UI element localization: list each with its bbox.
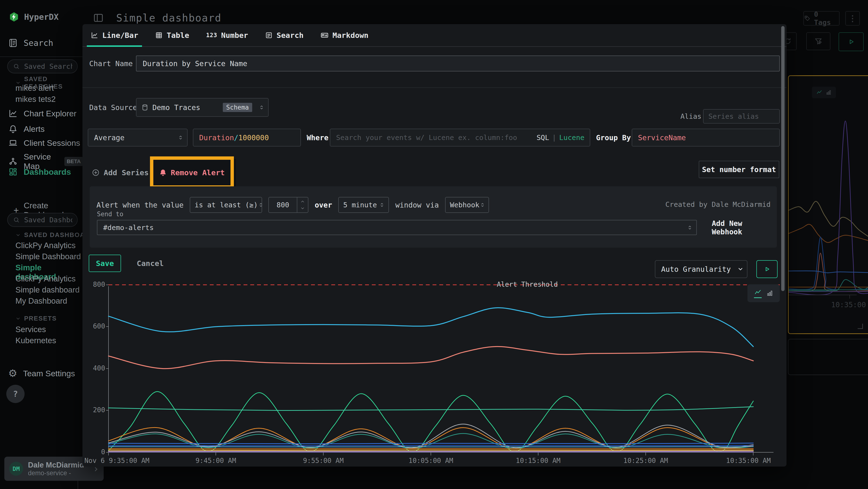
schema-badge[interactable]: Schema <box>223 103 252 112</box>
where-search-input[interactable] <box>330 134 536 142</box>
chevron-up-icon <box>300 199 305 204</box>
collapse-sidebar-button[interactable] <box>93 12 104 23</box>
over-label: over <box>315 201 332 209</box>
send-to-label: Send to <box>97 210 123 218</box>
saved-dashboard-item[interactable]: Simple dashboard <box>16 285 80 294</box>
saved-dashboards-input[interactable] <box>24 215 73 224</box>
main-chart <box>83 280 786 459</box>
send-to-select[interactable]: #demo-alerts <box>97 220 697 235</box>
sidebar-item-search[interactable]: Search <box>8 38 53 48</box>
chart-type-toggle[interactable] <box>812 87 836 98</box>
granularity-select[interactable]: Auto Granularity <box>655 260 747 278</box>
chart-name-input[interactable] <box>136 56 780 71</box>
field-expression-input[interactable]: Duration/1000000 <box>193 128 301 146</box>
brand[interactable]: HyperDX <box>9 11 59 22</box>
alert-threshold-label: Alert Threshold <box>488 281 567 288</box>
cancel-button[interactable]: Cancel <box>137 255 164 272</box>
page-title: Simple dashboard <box>116 12 222 24</box>
operator: / <box>234 134 239 142</box>
data-source-label: Data Source <box>89 98 137 117</box>
alert-threshold-stepper[interactable]: 800 <box>268 197 308 213</box>
play-icon <box>763 265 771 273</box>
bar-chart-icon <box>826 90 832 95</box>
alert-created-by: Created by Dale McDiarmid <box>665 200 771 208</box>
field-value: 1000000 <box>239 134 269 142</box>
kebab-menu-button[interactable]: ⋮ <box>845 11 860 26</box>
app-root: HyperDX Search SAVED SEARCHES mikes aler… <box>0 0 868 489</box>
filter-button[interactable] <box>806 32 830 50</box>
saved-search-item[interactable]: mikes tets2 <box>16 95 56 104</box>
group-by-input[interactable]: ServiceName <box>632 128 780 146</box>
brand-logo-icon <box>9 11 19 22</box>
chart-editor-modal: Line/Bar Table 123 Number Search Markdow… <box>83 24 786 466</box>
bg-axis-line <box>789 295 857 295</box>
chart-explorer-icon <box>8 109 18 118</box>
run-query-button[interactable] <box>756 260 778 278</box>
sidebar-item-client-sessions[interactable]: Client Sessions <box>8 138 80 148</box>
preset-item[interactable]: Services <box>16 325 46 334</box>
chevron-updown-icon <box>258 202 264 208</box>
chevron-down-icon <box>737 266 744 272</box>
alert-channel-select[interactable]: Webhook <box>445 197 489 213</box>
aggregation-select[interactable]: Average <box>88 128 188 146</box>
lang-lucene[interactable]: Lucene <box>559 134 585 142</box>
modal-scrollbar[interactable] <box>781 26 784 291</box>
panel-collapse-icon <box>93 12 104 23</box>
add-new-webhook-button[interactable]: Add New Webhook <box>712 220 777 235</box>
header-run-button[interactable] <box>839 32 864 51</box>
line-chart-icon <box>91 31 98 39</box>
set-number-format-button[interactable]: Set number format <box>699 161 779 178</box>
presets-header[interactable]: PRESETS <box>16 315 57 322</box>
saved-searches-input[interactable] <box>24 62 73 71</box>
sidebar-item-team-settings[interactable]: ⚙ Team Settings <box>8 368 75 378</box>
dashboards-icon <box>8 167 18 177</box>
preset-item[interactable]: Kubernetes <box>16 336 56 345</box>
tab-search[interactable]: Search <box>264 24 305 46</box>
bg-time-label: 10:35:00 AM <box>831 300 868 309</box>
where-search-box[interactable]: SQL | Lucene <box>330 128 590 146</box>
tab-markdown[interactable]: Markdown <box>319 24 370 46</box>
saved-dashboard-item[interactable]: ClickPy Analytics <box>16 241 75 250</box>
tab-bar: Line/Bar Table 123 Number Search Markdow… <box>83 24 786 47</box>
sidebar-item-dashboards[interactable]: Dashboards <box>8 167 71 177</box>
remove-alert-highlight: Remove Alert <box>150 156 234 189</box>
plus-circle-icon <box>92 169 100 177</box>
saved-dashboard-item[interactable]: ClickPy Analytics <box>16 274 75 283</box>
data-source-select[interactable]: Demo Traces Schema <box>136 98 269 117</box>
sidebar-item-alerts[interactable]: Alerts <box>8 124 44 134</box>
where-label: Where <box>307 128 329 146</box>
resize-handle[interactable] <box>858 324 863 329</box>
field-name: Duration <box>199 134 234 142</box>
saved-searches-search[interactable] <box>7 59 78 74</box>
save-button[interactable]: Save <box>89 255 121 272</box>
sidebar-item-chart-explorer[interactable]: Chart Explorer <box>8 109 76 118</box>
tags-button[interactable]: 0 Tags <box>803 11 840 26</box>
markdown-icon <box>320 31 329 39</box>
saved-search-item[interactable]: mikes alert <box>16 84 54 93</box>
line-chart-icon <box>754 289 762 296</box>
tab-table[interactable]: Table <box>154 24 190 46</box>
add-series-button[interactable]: Add Series <box>92 165 149 180</box>
stepper-buttons[interactable] <box>297 197 308 212</box>
saved-dashboards-header[interactable]: SAVED DASHBOARDS <box>16 231 83 239</box>
sidebar: HyperDX Search SAVED SEARCHES mikes aler… <box>0 0 83 489</box>
background-chart <box>789 102 868 295</box>
help-button[interactable]: ? <box>6 385 25 403</box>
alert-window-select[interactable]: 5 minute <box>338 197 389 213</box>
alert-condition-select[interactable]: is at least (≥) <box>190 197 262 213</box>
bell-icon <box>8 124 18 134</box>
x-tick-label: 10:15:00 AM <box>502 457 574 465</box>
alert-prefix-label: Alert when the value <box>96 201 184 209</box>
modal-chart-type-toggle[interactable] <box>747 284 780 302</box>
tab-number[interactable]: 123 Number <box>205 24 250 46</box>
saved-dashboards-search[interactable] <box>7 213 78 227</box>
chevron-updown-icon <box>687 225 693 231</box>
x-tick-label: 10:25:00 AM <box>610 457 682 465</box>
saved-dashboard-item[interactable]: Simple Dashboard <box>16 252 81 261</box>
series-alias-input[interactable] <box>703 109 780 123</box>
saved-dashboard-item[interactable]: My Dashboard <box>16 296 67 306</box>
brand-name: HyperDX <box>24 12 59 22</box>
tab-line-bar[interactable]: Line/Bar <box>89 24 140 46</box>
lang-sql[interactable]: SQL <box>536 134 549 142</box>
remove-alert-button[interactable]: Remove Alert <box>153 160 230 185</box>
